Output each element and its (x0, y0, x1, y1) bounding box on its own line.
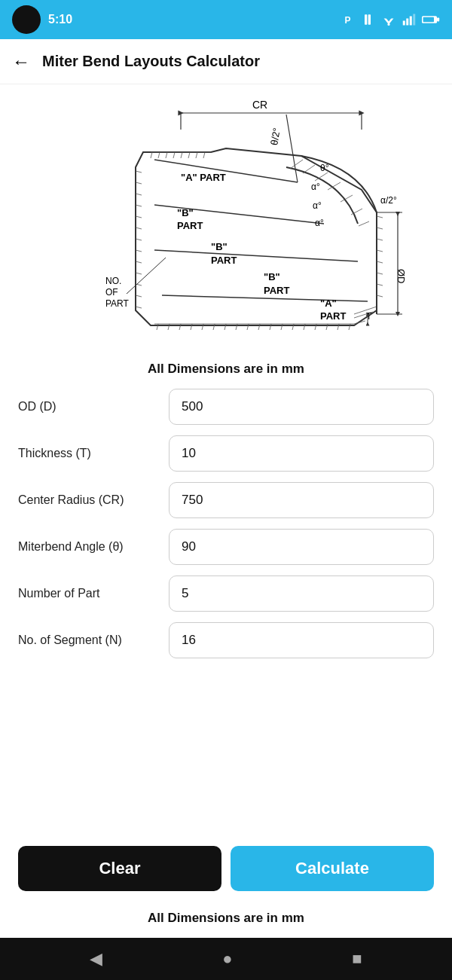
back-button[interactable]: ← (12, 51, 30, 72)
field-input-od[interactable] (169, 389, 434, 425)
field-row-od: OD (D) (18, 389, 434, 425)
fields-container: OD (D)Thickness (T)Center Radius (CR)Mit… (18, 389, 434, 658)
back-nav-icon[interactable]: ◀ (90, 949, 102, 969)
buttons-row: Clear Calculate (0, 832, 452, 903)
field-row-segments: No. of Segment (N) (18, 622, 434, 658)
svg-text:"A" PART: "A" PART (181, 172, 226, 183)
status-icons: P (344, 13, 440, 26)
field-label-angle: Miterbend Angle (θ) (18, 540, 169, 554)
field-input-parts[interactable] (169, 575, 434, 612)
status-time: 5:10 (48, 13, 72, 26)
clear-button[interactable]: Clear (18, 846, 221, 891)
svg-text:ØD: ØD (396, 269, 407, 284)
wifi-icon (381, 14, 396, 26)
svg-text:PART: PART (211, 255, 237, 266)
sim-icon (363, 14, 375, 26)
field-input-cr[interactable] (169, 482, 434, 518)
recents-nav-icon[interactable]: ■ (352, 949, 362, 969)
svg-rect-12 (437, 18, 439, 22)
p-icon: P (344, 13, 357, 26)
svg-rect-2 (368, 14, 371, 24)
svg-rect-9 (410, 17, 412, 26)
svg-text:PART: PART (320, 310, 346, 322)
dimensions-label-top: All Dimensions are in mm (18, 362, 434, 377)
svg-text:"B": "B" (211, 241, 228, 252)
field-label-od: OD (D) (18, 400, 169, 414)
miter-bend-diagram: CR θ/2° (30, 92, 422, 348)
field-row-parts: Number of Part (18, 575, 434, 612)
field-row-thickness: Thickness (T) (18, 435, 434, 472)
status-bar: 5:10 P (0, 0, 452, 39)
diagram-area: CR θ/2° (0, 84, 452, 348)
svg-text:CR: CR (252, 99, 267, 111)
field-row-angle: Miterbend Angle (θ) (18, 529, 434, 565)
field-input-segments[interactable] (169, 622, 434, 658)
field-label-parts: Number of Part (18, 587, 169, 600)
home-nav-icon[interactable]: ● (222, 949, 232, 969)
svg-text:α°: α° (313, 200, 322, 211)
svg-rect-14 (30, 92, 422, 348)
svg-text:"B": "B" (177, 207, 194, 218)
field-label-segments: No. of Segment (N) (18, 633, 169, 647)
svg-text:α°: α° (311, 182, 320, 192)
svg-text:PART: PART (264, 285, 289, 296)
field-input-thickness[interactable] (169, 435, 434, 472)
field-label-cr: Center Radius (CR) (18, 493, 169, 507)
svg-text:P: P (345, 15, 351, 26)
page-title: Miter Bend Layouts Calculator (42, 53, 260, 70)
calculate-button[interactable]: Calculate (231, 846, 434, 891)
bottom-dimensions-label: All Dimensions are in mm (0, 903, 452, 938)
svg-text:PART: PART (105, 298, 130, 309)
signal-icon (402, 14, 416, 26)
svg-text:"B": "B" (264, 271, 280, 282)
svg-point-6 (387, 23, 389, 26)
field-input-angle[interactable] (169, 529, 434, 565)
svg-rect-8 (406, 19, 408, 26)
svg-text:OF: OF (105, 287, 118, 298)
field-label-thickness: Thickness (T) (18, 447, 169, 460)
svg-text:"A": "A" (320, 298, 337, 309)
svg-rect-1 (365, 14, 367, 24)
app-bar: ← Miter Bend Layouts Calculator (0, 39, 452, 84)
form-area: All Dimensions are in mm OD (D)Thickness… (0, 348, 452, 832)
svg-text:PART: PART (177, 220, 203, 231)
svg-text:NO.: NO. (105, 276, 121, 286)
svg-rect-10 (413, 14, 415, 26)
field-row-cr: Center Radius (CR) (18, 482, 434, 518)
svg-text:α/2°: α/2° (380, 195, 397, 206)
battery-icon (422, 14, 440, 25)
svg-text:T: T (366, 311, 372, 322)
svg-text:α°: α° (315, 218, 324, 228)
nav-bar: ◀ ● ■ (0, 938, 452, 980)
svg-rect-7 (403, 21, 405, 26)
svg-text:θ°: θ° (320, 163, 329, 173)
camera-cutout (12, 5, 41, 34)
svg-rect-13 (423, 17, 434, 22)
